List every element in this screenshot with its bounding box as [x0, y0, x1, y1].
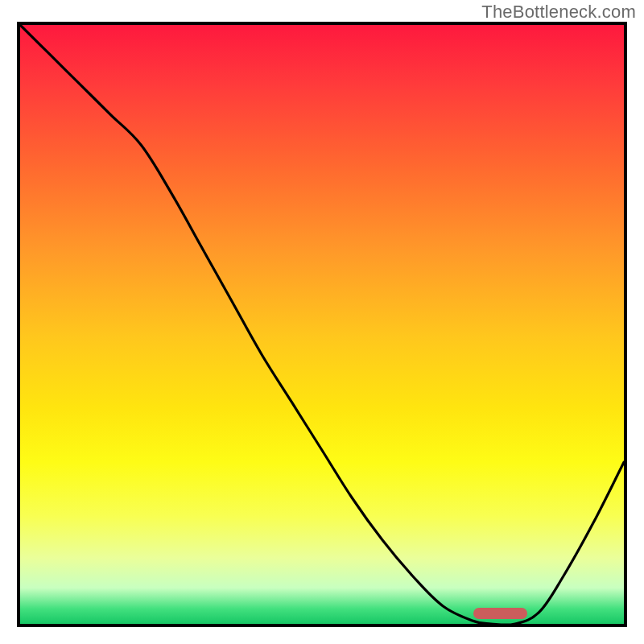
- chart-canvas: TheBottleneck.com: [0, 0, 644, 644]
- optimal-range-marker: [473, 608, 528, 619]
- plot-frame: [17, 22, 627, 627]
- watermark-text: TheBottleneck.com: [481, 2, 636, 23]
- bottleneck-curve: [20, 25, 624, 624]
